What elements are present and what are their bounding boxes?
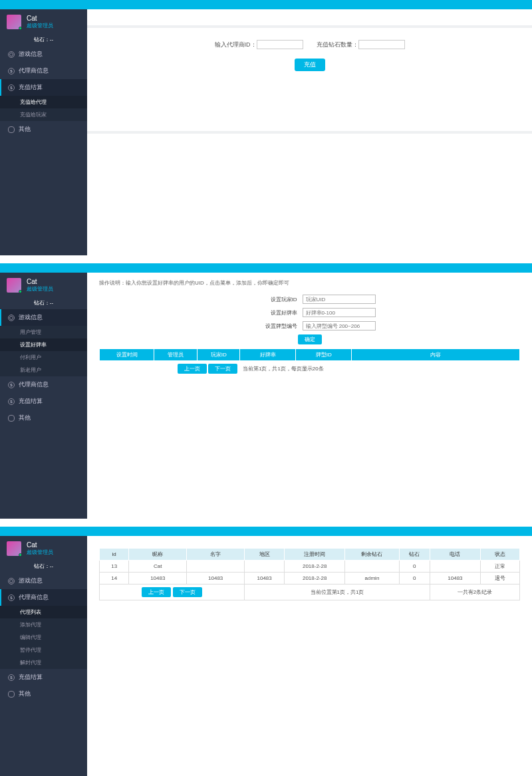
cell-id: 14 [100,573,129,584]
nav-agent-info[interactable]: $代理商信息 [0,63,87,79]
cell-remain [345,561,399,573]
table-header: 设置时间 管理员 玩家ID 好牌率 牌型ID 内容 [100,349,520,361]
nav-recharge[interactable]: $充值结算 [0,393,87,410]
table-header: id 昵称 名字 地区 注册时间 剩余钻石 钻石 电话 状态 [100,549,520,561]
cloud-icon [8,126,15,133]
user-role: 超级管理员 [27,22,53,29]
sub-goodcard-rate[interactable]: 设置好牌率 [0,338,87,351]
cardtype-input[interactable] [303,321,376,330]
th-time: 注册时间 [285,549,345,561]
cell-nick: Cat [129,561,187,573]
th-time: 设置时间 [100,349,154,361]
cloud-icon [8,691,15,698]
sub-pay-user[interactable]: 付利用户 [0,351,87,364]
nav-recharge[interactable]: $充值结算 [0,669,87,686]
player-id-label: 设置玩家ID [244,296,297,303]
th-playerid: 玩家ID [197,349,240,361]
user-role: 超级管理员 [27,285,53,293]
avatar [7,541,21,556]
cell-nick: 10483 [129,573,187,584]
cell-region: 10483 [245,573,285,584]
th-diamond: 钻石 [399,549,430,561]
dollar-icon: $ [8,84,15,91]
user-block: Cat 超级管理员 [0,536,87,560]
sub-nav: 充值给代理 充值给玩家 [0,96,87,121]
th-remain: 剩余钻石 [345,549,399,561]
goodrate-label: 设置好牌率 [244,309,297,317]
pager-row: 上一页 下一页 当前第1页，共1页，每页显示20条 [100,361,520,377]
avatar [7,278,21,293]
recharge-button[interactable]: 充值 [295,59,325,71]
goodrate-input[interactable] [303,308,376,317]
sub-pause-agent[interactable]: 暂停代理 [0,644,87,656]
nav-recharge[interactable]: $充值结算 [0,79,87,96]
pager-info: 当前第1页，共1页，每页显示20条 [240,361,520,377]
nav-other[interactable]: 其他 [0,121,87,138]
divider [87,131,532,134]
circle-icon: $ [8,68,15,74]
cell-diamond: 0 [399,573,430,584]
cell-id: 13 [100,561,129,573]
cell-diamond: 0 [399,561,430,573]
next-page-button[interactable]: 下一页 [173,587,202,597]
hint-text: 操作说明：输入你想设置好牌率的用户的UID，点击菜单，添加后，你即确定即可 [99,279,520,287]
next-page-button[interactable]: 下一页 [208,364,237,374]
nav-other[interactable]: 其他 [0,410,87,426]
status-dot [19,553,22,557]
cell-phone [430,561,480,573]
agent-id-label: 输入代理商ID： [215,41,257,48]
sub-new-old-user[interactable]: 新老用户 [0,364,87,376]
nav-game-info[interactable]: 游戏信息 [0,573,87,589]
nav-agent-info[interactable]: $代理商信息 [0,376,87,393]
cell-name: 10483 [187,573,245,584]
sub-user-mgmt[interactable]: 用户管理 [0,326,87,338]
table-row: 13Cat2018-2-280正常 [100,561,520,573]
cell-status[interactable]: 退号 [481,573,520,584]
status-dot [19,27,22,30]
nav: 游戏信息 $代理商信息 $充值结算 [0,46,87,96]
prev-page-button[interactable]: 上一页 [142,587,171,597]
user-name: Cat [27,278,53,285]
th-cardtype: 牌型ID [296,349,352,361]
th-id: id [100,549,129,561]
topbar [0,527,532,536]
circle-icon: $ [8,382,15,388]
dollar-icon: $ [8,398,15,405]
sub-unban-agent[interactable]: 解封代理 [0,656,87,669]
th-name: 名字 [187,549,245,561]
cell-phone: 10483 [430,573,480,584]
log-table: 设置时间 管理员 玩家ID 好牌率 牌型ID 内容 上一页 下一页 当前第1页，… [99,348,520,376]
user-name: Cat [27,541,53,549]
confirm-button[interactable]: 确定 [298,334,322,344]
player-id-input[interactable] [303,295,376,304]
sidebar: Cat 超级管理员 钻石：-- 游戏信息 用户管理 设置好牌率 付利用户 新老用… [0,273,87,519]
agent-id-input[interactable] [257,40,303,49]
sub-edit-agent[interactable]: 编辑代理 [0,631,87,644]
divider [87,25,532,28]
cloud-icon [8,415,15,422]
th-region: 地区 [245,549,285,561]
topbar [0,0,532,9]
th-content: 内容 [352,349,520,361]
user-icon [8,51,15,58]
user-icon [8,315,15,321]
recharge-form: 输入代理商ID： 充值钻石数量： [99,40,520,49]
dollar-icon: $ [8,674,15,681]
sub-agent-list[interactable]: 代理列表 [0,606,87,618]
nav-game-info[interactable]: 游戏信息 [0,309,87,326]
content: 输入代理商ID： 充值钻石数量： 充值 [87,9,532,255]
th-nick: 昵称 [129,549,187,561]
cell-region [245,561,285,573]
user-name: Cat [27,15,53,22]
prev-page-button[interactable]: 上一页 [178,364,207,374]
nav-other[interactable]: 其他 [0,686,87,702]
avatar [7,15,21,29]
sub-recharge-agent[interactable]: 充值给代理 [0,96,87,108]
nav-game-info[interactable]: 游戏信息 [0,46,87,63]
sub-recharge-player[interactable]: 充值给玩家 [0,108,87,121]
nav-agent-info[interactable]: $代理商信息 [0,589,87,606]
user-role: 超级管理员 [27,549,53,556]
sub-add-agent[interactable]: 添加代理 [0,618,87,631]
diamond-qty-input[interactable] [358,40,405,49]
cell-status[interactable]: 正常 [481,561,520,573]
